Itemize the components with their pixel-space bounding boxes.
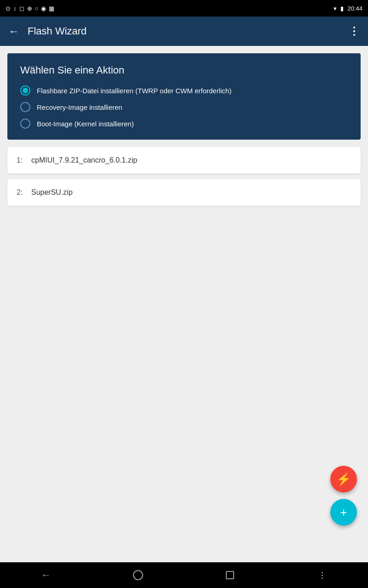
- notification-icon-2: ↕: [13, 5, 17, 12]
- nav-recents-button[interactable]: [216, 566, 244, 584]
- add-fab-button[interactable]: +: [330, 499, 357, 526]
- toolbar: ← Flash Wizard: [0, 17, 368, 46]
- flash-fab-button[interactable]: ⚡: [330, 466, 357, 492]
- list-item-1-number: 1:: [17, 156, 28, 164]
- radio-option-3[interactable]: Boot-Image (Kernel installieren): [20, 119, 348, 129]
- back-arrow-icon: ←: [8, 25, 19, 38]
- status-bar: ⊙ ↕ ◻ ⊕ ○ ◉ ▦ ▾ ▮ 20:44: [0, 0, 368, 17]
- add-icon: +: [340, 506, 347, 518]
- radio-option-2[interactable]: Recovery-Image installieren: [20, 102, 348, 112]
- page-title: Flash Wizard: [28, 25, 344, 37]
- action-selection-card: Wählen Sie eine Aktion Flashbare ZIP-Dat…: [7, 53, 361, 140]
- radio-button-3[interactable]: [20, 119, 30, 129]
- radio-label-2: Recovery-Image installieren: [37, 103, 122, 111]
- nav-recents-icon: [226, 571, 234, 579]
- notification-icon-1: ⊙: [6, 5, 11, 12]
- nav-home-icon: [133, 570, 143, 580]
- radio-label-3: Boot-Image (Kernel installieren): [37, 120, 134, 128]
- back-button[interactable]: ←: [4, 21, 24, 41]
- notification-icon-4: ⊕: [27, 5, 32, 12]
- wifi-icon: ▾: [334, 5, 337, 12]
- nav-menu-icon: [322, 572, 323, 579]
- notification-icon-6: ◉: [41, 5, 46, 12]
- list-item-2-filename: SuperSU.zip: [31, 188, 73, 197]
- navigation-bar: ←: [0, 562, 368, 588]
- nav-menu-button[interactable]: [308, 566, 336, 584]
- notification-icon-3: ◻: [19, 5, 24, 12]
- nav-back-button[interactable]: ←: [32, 566, 60, 584]
- nav-home-button[interactable]: [124, 566, 152, 584]
- radio-option-1[interactable]: Flashbare ZIP-Datei installieren (TWRP o…: [20, 85, 348, 96]
- status-icons-right: ▾ ▮ 20:44: [334, 5, 362, 12]
- fab-container: ⚡ +: [330, 466, 357, 526]
- radio-button-1[interactable]: [20, 85, 30, 96]
- overflow-menu-button[interactable]: [344, 21, 364, 41]
- notification-icon-7: ▦: [49, 5, 54, 12]
- list-item-2-number: 2:: [17, 188, 28, 197]
- radio-button-2[interactable]: [20, 102, 30, 112]
- battery-icon: ▮: [340, 5, 344, 12]
- list-item-2[interactable]: 2: SuperSU.zip: [7, 179, 361, 206]
- notification-icon-5: ○: [35, 5, 39, 12]
- flash-icon: ⚡: [336, 473, 351, 485]
- radio-label-1: Flashbare ZIP-Datei installieren (TWRP o…: [37, 87, 231, 95]
- nav-back-icon: ←: [41, 569, 51, 581]
- action-card-title: Wählen Sie eine Aktion: [20, 64, 348, 76]
- list-item-1-filename: cpMIUI_7.9.21_cancro_6.0.1.zip: [31, 156, 137, 164]
- time-display: 20:44: [347, 5, 362, 12]
- more-vert-icon: [353, 27, 355, 36]
- list-item-1[interactable]: 1: cpMIUI_7.9.21_cancro_6.0.1.zip: [7, 147, 361, 174]
- status-icons-left: ⊙ ↕ ◻ ⊕ ○ ◉ ▦: [6, 5, 54, 12]
- main-content: Wählen Sie eine Aktion Flashbare ZIP-Dat…: [0, 46, 368, 562]
